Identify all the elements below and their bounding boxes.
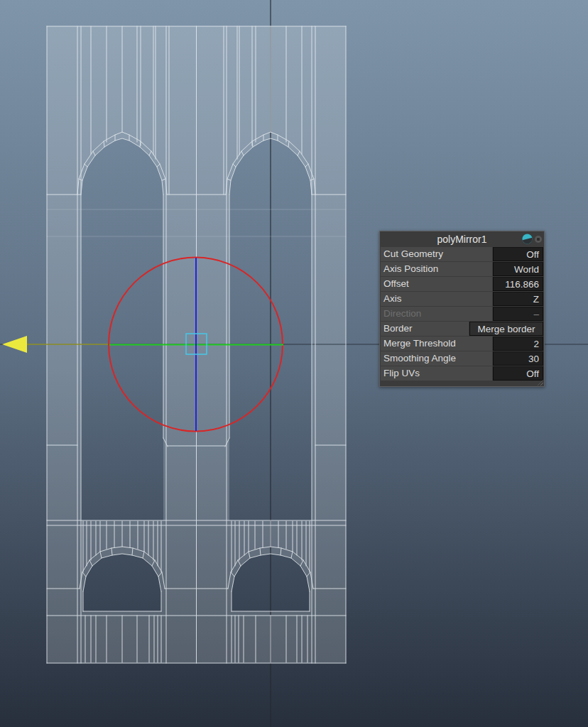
polymirror-hud-panel[interactable]: polyMirror1 Cut Geometry Off Axis Positi… bbox=[379, 231, 545, 387]
row-cut-geometry: Cut Geometry Off bbox=[381, 247, 543, 261]
hud-footer bbox=[380, 381, 544, 386]
attr-label: Border bbox=[381, 322, 469, 336]
hud-title-bar[interactable]: polyMirror1 bbox=[380, 231, 544, 247]
attr-value-field[interactable]: World bbox=[493, 262, 543, 276]
row-border: Border Merge border bbox=[381, 322, 543, 336]
attr-value-field: – bbox=[493, 307, 543, 321]
row-merge-threshold: Merge Threshold 2 bbox=[381, 337, 543, 351]
row-axis: Axis Z bbox=[381, 292, 543, 306]
mirror-manipulator[interactable] bbox=[2, 258, 283, 432]
resize-grip[interactable] bbox=[538, 380, 543, 386]
attr-value-field[interactable]: Z bbox=[493, 292, 543, 306]
attr-label: Merge Threshold bbox=[381, 337, 492, 351]
attr-label: Direction bbox=[381, 307, 492, 321]
attr-value-field[interactable]: 116.866 bbox=[493, 277, 543, 291]
attr-value-field[interactable]: 30 bbox=[493, 351, 543, 366]
attr-value-field[interactable]: Off bbox=[493, 247, 543, 261]
attr-value-field[interactable]: 2 bbox=[493, 337, 543, 351]
node-name: polyMirror1 bbox=[437, 234, 486, 245]
attribute-rows: Cut Geometry Off Axis Position World Off… bbox=[380, 247, 544, 381]
collapse-dot bbox=[537, 238, 540, 241]
collapse-button[interactable] bbox=[535, 236, 542, 243]
row-flip-uvs: Flip UVs Off bbox=[381, 366, 543, 381]
x-axis-arrow[interactable] bbox=[2, 336, 27, 353]
row-smoothing-angle: Smoothing Angle 30 bbox=[381, 351, 543, 366]
attr-label: Smoothing Angle bbox=[381, 351, 492, 366]
row-offset: Offset 116.866 bbox=[381, 277, 543, 291]
attr-label: Flip UVs bbox=[381, 366, 492, 381]
maya-viewport[interactable]: polyMirror1 Cut Geometry Off Axis Positi… bbox=[0, 0, 588, 727]
row-axis-position: Axis Position World bbox=[381, 262, 543, 276]
attr-label: Axis Position bbox=[381, 262, 492, 276]
attr-value-field[interactable]: Off bbox=[493, 366, 543, 381]
attr-label: Axis bbox=[381, 292, 492, 306]
attr-dropdown[interactable]: Merge border bbox=[469, 322, 543, 336]
attr-label: Offset bbox=[381, 277, 492, 291]
row-direction: Direction – bbox=[381, 307, 543, 321]
polymirror-node-icon[interactable] bbox=[522, 234, 533, 244]
attr-label: Cut Geometry bbox=[381, 247, 492, 261]
